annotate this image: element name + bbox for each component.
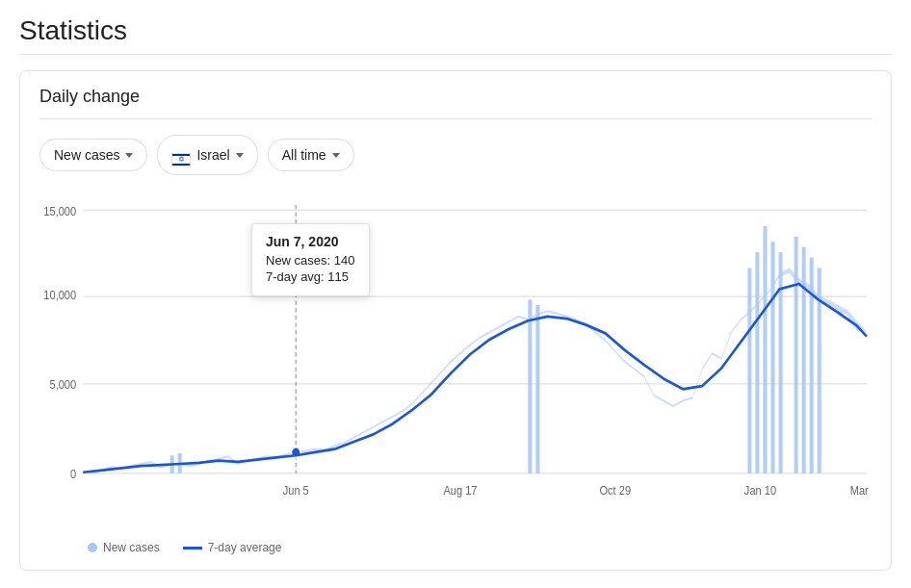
metric-label: New cases (54, 147, 119, 163)
svg-rect-13 (747, 268, 751, 473)
chart-area: 15,000 10,000 5,000 0 (39, 194, 872, 531)
time-chevron-icon (332, 153, 340, 158)
svg-text:10,000: 10,000 (43, 290, 76, 301)
svg-text:Aug 17: Aug 17 (444, 484, 478, 496)
svg-rect-19 (535, 305, 539, 473)
svg-rect-18 (528, 299, 532, 473)
country-chevron-icon (236, 153, 244, 158)
svg-text:Jan 10: Jan 10 (744, 484, 776, 496)
legend-dot-icon (88, 543, 97, 552)
svg-rect-9 (763, 226, 767, 473)
legend-bar-label: New cases (103, 541, 160, 554)
israel-flag-icon: ✡ (171, 143, 191, 166)
card-title: Daily change (39, 87, 872, 119)
chart-svg: 15,000 10,000 5,000 0 (39, 194, 872, 531)
country-label: Israel (196, 147, 229, 163)
metric-filter[interactable]: New cases (39, 139, 147, 171)
filters-row: New cases ✡ Israel All time (39, 135, 872, 175)
svg-rect-12 (755, 252, 759, 473)
svg-rect-16 (810, 258, 814, 473)
svg-text:15,000: 15,000 (43, 205, 76, 217)
svg-text:5,000: 5,000 (50, 379, 77, 391)
statistics-card: Daily change New cases ✡ Israel All time (19, 70, 892, 571)
legend-line-label: 7-day average (208, 541, 282, 554)
svg-text:0: 0 (70, 469, 76, 480)
svg-rect-11 (779, 252, 783, 473)
legend-7day-avg: 7-day average (183, 541, 282, 554)
svg-text:Jun 5: Jun 5 (283, 484, 309, 496)
svg-rect-15 (802, 247, 806, 473)
metric-chevron-icon (125, 153, 133, 158)
time-filter[interactable]: All time (268, 139, 354, 171)
svg-text:Mar 24: Mar 24 (850, 484, 872, 496)
svg-text:Oct 29: Oct 29 (599, 484, 631, 496)
page-title: Statistics (19, 15, 892, 55)
legend-line-icon (183, 547, 202, 550)
country-filter[interactable]: ✡ Israel (157, 135, 257, 175)
svg-rect-10 (771, 242, 775, 473)
chart-legend: New cases 7-day average (39, 541, 872, 554)
time-label: All time (282, 147, 326, 163)
svg-rect-14 (794, 237, 798, 473)
legend-new-cases: New cases (88, 541, 160, 554)
